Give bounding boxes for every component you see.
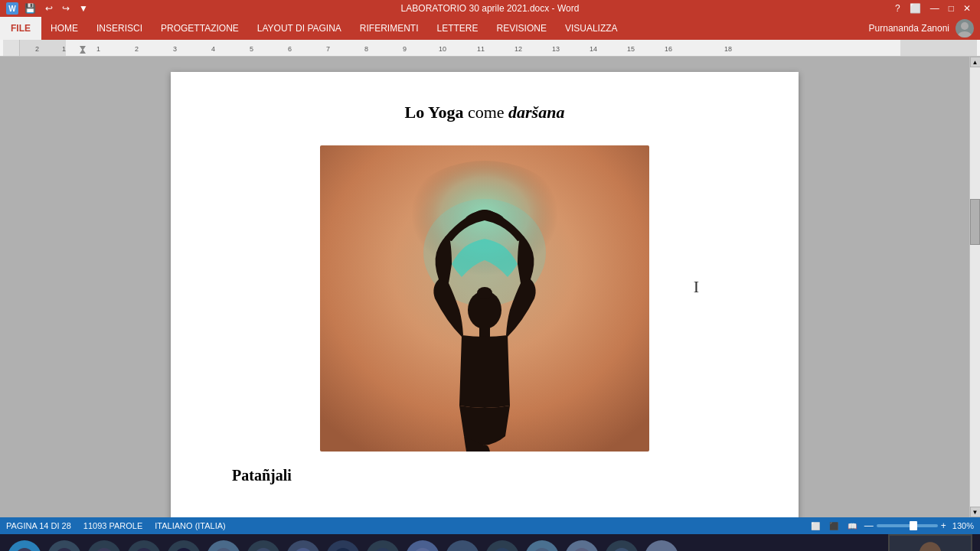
ruler: 2 1 1 2 3 4 5 6 7 8 9 10 11 12 13 14 15 … xyxy=(0,40,980,57)
scroll-down-button[interactable]: ▼ xyxy=(970,507,981,517)
zoom-in-icon[interactable]: + xyxy=(941,520,946,531)
svg-rect-3 xyxy=(20,40,66,57)
more-icon[interactable]: ▼ xyxy=(76,3,91,14)
tab-riferimenti[interactable]: RIFERIMENTI xyxy=(351,17,428,40)
tab-lettere[interactable]: LETTERE xyxy=(428,17,488,40)
doc-scroll[interactable]: Lo Yoga come daršana xyxy=(0,57,969,517)
taskbar-icon-9[interactable] xyxy=(326,540,360,551)
taskbar-icon-8[interactable] xyxy=(286,540,320,551)
svg-text:18: 18 xyxy=(724,45,732,53)
ribbon-right: Purnananda Zanoni xyxy=(869,19,980,37)
taskbar-icon-11[interactable] xyxy=(406,540,439,551)
tab-visualizza[interactable]: VISUALIZZA xyxy=(556,17,627,40)
svg-point-33 xyxy=(55,548,74,551)
svg-rect-2 xyxy=(20,40,977,57)
title-bold-part: Lo Yoga xyxy=(405,103,464,122)
svg-point-39 xyxy=(294,548,312,551)
tab-progettazione[interactable]: PROGETTAZIONE xyxy=(152,17,248,40)
scroll-up-button[interactable]: ▲ xyxy=(970,57,981,67)
word-icon: W xyxy=(6,2,18,15)
taskbar-icon-7[interactable] xyxy=(247,540,280,551)
user-avatar[interactable] xyxy=(956,19,974,37)
taskbar-icon-14[interactable] xyxy=(525,540,559,551)
svg-point-37 xyxy=(214,548,233,551)
taskbar-icon-6[interactable] xyxy=(207,540,240,551)
language: ITALIANO (ITALIA) xyxy=(155,521,226,530)
title-bar: W 💾 ↩ ↪ ▼ LABORATORIO 30 aprile 2021.doc… xyxy=(0,0,980,17)
view-print-icon[interactable]: ⬜ xyxy=(809,520,822,532)
yoga-image xyxy=(320,145,649,452)
taskbar-icon-17[interactable] xyxy=(645,540,678,551)
ribbon-toggle-icon[interactable]: ⬜ xyxy=(906,3,924,14)
page[interactable]: Lo Yoga come daršana xyxy=(171,72,799,517)
svg-text:9: 9 xyxy=(403,45,407,53)
status-bar: PAGINA 14 DI 28 11093 PAROLE ITALIANO (I… xyxy=(0,517,980,534)
taskbar-icon-3[interactable] xyxy=(87,540,121,551)
zoom-level: 130% xyxy=(952,521,974,530)
taskbar-icon-12[interactable] xyxy=(446,540,479,551)
word-count: 11093 PAROLE xyxy=(83,521,142,530)
page-info: PAGINA 14 DI 28 xyxy=(6,521,71,530)
save-icon[interactable]: 💾 xyxy=(21,3,39,14)
svg-point-35 xyxy=(135,548,153,551)
svg-text:7: 7 xyxy=(326,45,330,53)
undo-icon[interactable]: ↩ xyxy=(42,3,56,14)
zoom-out-icon[interactable]: — xyxy=(864,520,874,531)
svg-point-48 xyxy=(652,548,671,551)
svg-text:2: 2 xyxy=(35,45,39,53)
taskbar-icon-15[interactable] xyxy=(565,540,599,551)
zoom-slider[interactable]: — + xyxy=(864,520,946,531)
maximize-icon[interactable]: □ xyxy=(946,3,957,14)
svg-point-38 xyxy=(254,548,273,551)
section-title: Patañjali xyxy=(232,467,737,484)
taskbar-icon-5[interactable] xyxy=(167,540,201,551)
document-title: LABORATORIO 30 aprile 2021.docx - Word xyxy=(401,3,580,14)
zoom-thumb[interactable] xyxy=(910,521,917,530)
svg-text:13: 13 xyxy=(552,45,560,53)
close-icon[interactable]: ✕ xyxy=(960,3,974,14)
minimize-icon[interactable]: — xyxy=(927,3,942,14)
tab-layout[interactable]: LAYOUT DI PAGINA xyxy=(248,17,351,40)
svg-point-32 xyxy=(15,548,34,551)
taskbar-icon-13[interactable] xyxy=(485,540,519,551)
svg-text:15: 15 xyxy=(627,45,635,53)
scrollbar-track[interactable] xyxy=(970,67,980,507)
view-read-icon[interactable]: 📖 xyxy=(846,520,858,532)
user-name: Purnananda Zanoni xyxy=(869,23,949,34)
redo-icon[interactable]: ↪ xyxy=(59,3,73,14)
taskbar-icon-4[interactable] xyxy=(127,540,161,551)
taskbar-icon-1[interactable] xyxy=(8,540,41,551)
svg-rect-4 xyxy=(900,40,977,57)
taskbar-icon-2[interactable] xyxy=(47,540,81,551)
svg-point-34 xyxy=(95,548,113,551)
zoom-track[interactable] xyxy=(877,524,938,527)
svg-text:6: 6 xyxy=(288,45,292,53)
ruler-main: 2 1 1 2 3 4 5 6 7 8 9 10 11 12 13 14 15 … xyxy=(20,40,977,56)
title-bar-left: W 💾 ↩ ↪ ▼ xyxy=(6,2,91,15)
tab-home[interactable]: HOME xyxy=(41,17,87,40)
svg-point-47 xyxy=(612,548,631,551)
webcam-view xyxy=(888,534,972,551)
svg-point-43 xyxy=(453,548,472,551)
svg-text:1: 1 xyxy=(96,45,100,53)
tab-file[interactable]: FILE xyxy=(0,17,41,40)
help-icon[interactable]: ? xyxy=(892,3,903,14)
svg-text:16: 16 xyxy=(665,45,672,53)
svg-point-30 xyxy=(477,287,492,299)
taskbar-icon-16[interactable] xyxy=(605,540,639,551)
vertical-scrollbar[interactable]: ▲ ▼ xyxy=(969,57,980,517)
svg-text:10: 10 xyxy=(439,45,446,53)
title-italic-part: daršana xyxy=(508,103,564,122)
svg-point-41 xyxy=(374,548,392,551)
svg-point-42 xyxy=(413,548,432,551)
taskbar-icon-10[interactable] xyxy=(366,540,400,551)
svg-text:1: 1 xyxy=(62,45,66,53)
ribbon-tabs: FILE HOME INSERISCI PROGETTAZIONE LAYOUT… xyxy=(0,17,980,40)
tab-revisione[interactable]: REVISIONE xyxy=(488,17,556,40)
svg-text:2: 2 xyxy=(135,45,139,53)
view-web-icon[interactable]: ⬛ xyxy=(828,520,840,532)
tab-inserisci[interactable]: INSERISCI xyxy=(87,17,152,40)
svg-point-36 xyxy=(175,548,193,551)
document-heading: Lo Yoga come daršana xyxy=(232,103,737,122)
scrollbar-thumb[interactable] xyxy=(970,199,980,245)
